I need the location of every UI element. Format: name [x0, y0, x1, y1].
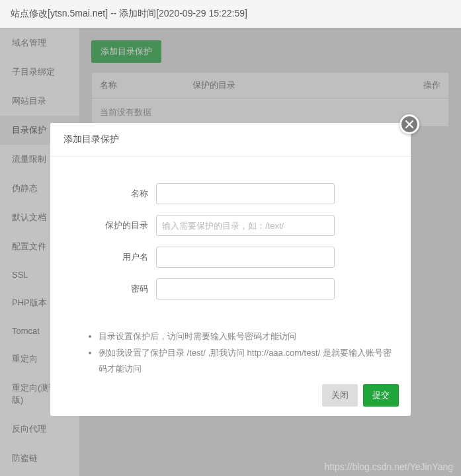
label-name: 名称: [70, 188, 156, 200]
label-password: 密码: [70, 283, 156, 295]
name-input[interactable]: [156, 183, 335, 204]
label-user: 用户名: [70, 251, 156, 263]
modal-overlay: 添加目录保护 名称 保护的目录 用户名 密码 目录设置保护后，访问时需要输入账号…: [0, 28, 461, 476]
submit-button[interactable]: 提交: [363, 384, 399, 407]
dir-input[interactable]: [156, 215, 335, 236]
close-icon[interactable]: [399, 114, 419, 134]
close-button[interactable]: 关闭: [322, 384, 358, 407]
label-dir: 保护的目录: [70, 219, 156, 231]
modal-title: 添加目录保护: [50, 123, 411, 157]
page-title: 站点修改[ytsn.5mai.net] -- 添加时间[2020-09-29 1…: [0, 0, 461, 28]
user-input[interactable]: [156, 247, 335, 268]
hint-item: 目录设置保护后，访问时需要输入账号密码才能访问: [99, 329, 398, 345]
modal-hints: 目录设置保护后，访问时需要输入账号密码才能访问 例如我设置了保护目录 /test…: [50, 317, 411, 377]
modal-form: 名称 保护的目录 用户名 密码: [50, 157, 411, 317]
password-input[interactable]: [156, 278, 335, 299]
add-dir-protect-modal: 添加目录保护 名称 保护的目录 用户名 密码 目录设置保护后，访问时需要输入账号…: [50, 123, 411, 416]
hint-item: 例如我设置了保护目录 /test/ ,那我访问 http://aaa.com/t…: [99, 345, 398, 377]
